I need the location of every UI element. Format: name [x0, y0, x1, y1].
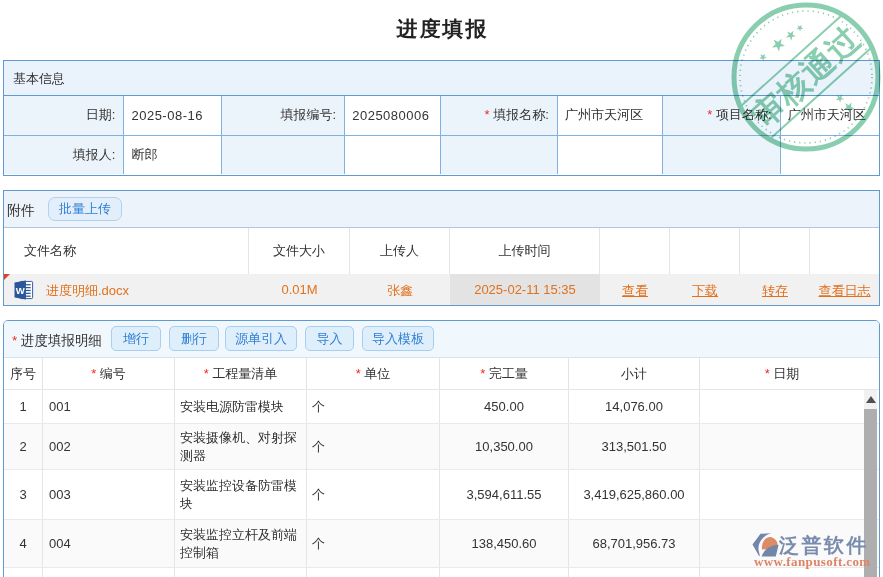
svg-text:★: ★	[756, 50, 770, 64]
svg-text:W: W	[16, 285, 25, 296]
